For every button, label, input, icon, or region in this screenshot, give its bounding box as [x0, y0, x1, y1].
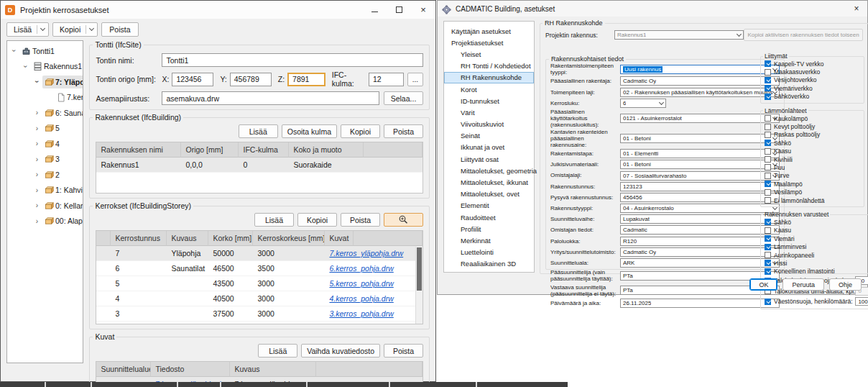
expand-icon[interactable]: ›: [32, 186, 42, 194]
kerrosluku-combo[interactable]: 6: [620, 99, 666, 108]
sidebar-item-liittyvat-osat[interactable]: Liittyvät osat: [444, 153, 534, 165]
file-link[interactable]: 7.kerros_yläpohja.drw: [329, 249, 403, 258]
sidebar-item-mittaoletukset-ovet[interactable]: Mittaoletukset, ovet: [444, 188, 534, 200]
siteplan-input[interactable]: asemakuva.drw: [162, 91, 379, 105]
kopioi-button[interactable]: Kopioi: [341, 124, 380, 138]
sidebar-item-mittaoletukset-geometria[interactable]: Mittaoletukset, geometria: [444, 165, 534, 176]
site-name-input[interactable]: Tontti1: [162, 53, 423, 67]
tree-item-2[interactable]: ›2: [7, 167, 83, 183]
checkbox-item-sahko[interactable]: Sähkö: [765, 139, 860, 147]
checkbox-item-hissi[interactable]: Hissi: [765, 259, 868, 267]
file-link[interactable]: 6.kerros_pohja.drw: [329, 264, 393, 273]
zoom-select-button[interactable]: [384, 213, 423, 227]
checkbox-checked[interactable]: [765, 140, 771, 146]
column-header-kuvat[interactable]: Kuvat: [325, 231, 354, 246]
sidebar-item-rh-tontti-kohdetiedot[interactable]: RH Tontti / Kohdetiedot: [444, 60, 534, 72]
settings-sidebar[interactable]: Käyttäjän asetuksetProjektiasetuksetYlei…: [443, 21, 535, 273]
count-combo[interactable]: 100: [855, 297, 868, 306]
checkbox-item-kaasu[interactable]: Kaasu: [765, 147, 860, 155]
column-header-koko-ja-muoto[interactable]: Koko ja muoto: [289, 142, 364, 158]
lisaa-button[interactable]: Lisää: [258, 344, 297, 358]
file-link[interactable]: 5.kerros_pohja.drw: [329, 279, 393, 288]
tree-item-0-kellari[interactable]: ›0: Kellari: [7, 198, 83, 214]
lisaa-button[interactable]: Lisää: [239, 124, 278, 138]
file-link[interactable]: 3.kerros_pohja.drw: [329, 309, 393, 318]
project-building-combo[interactable]: Rakennus1: [614, 30, 744, 40]
suunnitteluvaihe-input[interactable]: Lupakuvat: [620, 214, 780, 224]
checkbox-item-kivihiili[interactable]: Kivihiili: [765, 155, 860, 163]
file-link[interactable]: 4.kerros_pohja.drw: [329, 294, 393, 303]
sidebar-item-merkinnat[interactable]: Merkinnät: [444, 235, 534, 246]
checkbox-unchecked[interactable]: [765, 124, 771, 130]
checkbox-unchecked[interactable]: [765, 156, 771, 163]
sidebar-item-yleiset[interactable]: Yleiset: [444, 48, 534, 60]
expand-icon[interactable]: ›: [32, 109, 42, 117]
column-header-kerroskorkeus-mm[interactable]: Kerroskorkeus [mm]: [253, 231, 325, 246]
checkbox-item-viemariverkko[interactable]: Viemäriverkko: [765, 84, 860, 92]
sidebar-item-varit[interactable]: Värit: [444, 106, 534, 118]
lisaa-button[interactable]: Lisää: [254, 213, 294, 227]
expand-icon[interactable]: ›: [32, 217, 42, 225]
checkbox-unchecked[interactable]: [765, 227, 771, 234]
sidebar-item-ikkunat-ja-ovet[interactable]: Ikkunat ja ovet: [444, 142, 534, 153]
checkbox-checked[interactable]: [765, 268, 771, 275]
scrollbar-thumb[interactable]: [417, 247, 422, 291]
browse-button[interactable]: Selaa...: [384, 91, 423, 105]
osoita-kulma-button[interactable]: Osoita kulma: [282, 124, 337, 138]
paloluokka-input[interactable]: R120: [620, 237, 780, 246]
expand-icon[interactable]: ›: [32, 170, 42, 178]
checkbox-unchecked[interactable]: [765, 173, 771, 179]
collapse-icon[interactable]: ›: [33, 76, 41, 87]
table-row[interactable]: 6Saunatilat4650035006.kerros_pohja.drw: [96, 261, 423, 276]
sidebar-item-luettelointi[interactable]: Luettelointi: [444, 247, 534, 258]
tree-item-1-kahvila[interactable]: ›1: Kahvila: [7, 183, 83, 199]
checkbox-item-kaapeli-tv-verkko[interactable]: Kaapeli-TV verkko: [765, 60, 860, 68]
sidebar-item-mittaoletukset-ikkunat[interactable]: Mittaoletukset, ikkunat: [444, 176, 534, 188]
sidebar-item-id-tunnukset[interactable]: ID-tunnukset: [444, 95, 534, 106]
column-header-item[interactable]: [96, 231, 111, 246]
ifc-angle-input[interactable]: 12: [369, 73, 404, 86]
checkbox-item-vaestonsuoja-henkilomaara[interactable]: Väestönsuoja, henkilömäärä:100: [765, 296, 868, 307]
sidebar-item-profiilit[interactable]: Profiilit: [444, 223, 534, 235]
column-header-origo-mm[interactable]: Origo [mm]: [181, 142, 239, 158]
checkbox-item-sahko[interactable]: Sähkö: [765, 218, 868, 226]
checkbox-checked[interactable]: [765, 94, 771, 100]
pysyva-rakennustunnus-input[interactable]: 456456: [620, 193, 780, 202]
minimize-button[interactable]: [362, 1, 387, 19]
checkbox-checked[interactable]: [765, 219, 771, 225]
table-row[interactable]: 44050030004.kerros_pohja.drw: [96, 291, 423, 306]
collapse-icon[interactable]: ›: [10, 45, 18, 56]
vaihda-kuvatiedosto-button[interactable]: Vaihda kuvatiedosto: [301, 344, 380, 358]
copy-split-button[interactable]: Kopioi: [52, 22, 98, 37]
rakentamistoimenpiteen-tyyppi-combo[interactable]: Uusi rakennus: [620, 65, 780, 74]
rakentamistapa-combo[interactable]: 01 - Elementti: [620, 149, 780, 158]
table-row[interactable]: 33750030003.kerros_pohja.drw: [96, 306, 423, 322]
julkisivumateriaali-combo[interactable]: 01 - Betoni: [620, 160, 780, 169]
tree-item-5[interactable]: ›5: [7, 121, 83, 137]
paivamaara-ja-aika-input[interactable]: 26.11.2025: [620, 299, 780, 308]
checkbox-item-kaasu[interactable]: Kaasu: [765, 227, 868, 235]
poista-button[interactable]: Poista: [341, 213, 380, 227]
sidebar-item-korot[interactable]: Korot: [444, 83, 534, 95]
checkbox-unchecked[interactable]: [765, 132, 771, 138]
checkbox-unchecked[interactable]: [765, 148, 771, 155]
checkbox-unchecked[interactable]: [765, 189, 771, 196]
omistajalaji-combo[interactable]: 07 - Sosiaaliturvarahasto: [620, 171, 780, 181]
checkbox-checked[interactable]: [765, 77, 771, 83]
checkbox-checked[interactable]: [765, 244, 771, 250]
expand-icon[interactable]: ›: [32, 124, 42, 132]
checkbox-item-kevyt-polttooljy[interactable]: Kevyt polttoöljy: [765, 122, 860, 130]
checkbox-checked[interactable]: [765, 60, 771, 67]
copy-building-data-button[interactable]: Kopioi aktiivisen rakennuksen tiedot toi…: [744, 29, 863, 41]
checkbox-item-lamminvesi[interactable]: Lämminvesi: [765, 242, 868, 250]
sidebar-item-seinat[interactable]: Seinät: [444, 130, 534, 142]
sidebar-item-elementit[interactable]: Elementit: [444, 200, 534, 211]
checkbox-item-vesijohtoverkko[interactable]: Vesijohtoverkko: [765, 76, 860, 84]
paaasiallinen-rakentaja-input[interactable]: Cadmatic Oy: [620, 76, 780, 86]
checkbox-unchecked[interactable]: [765, 252, 771, 258]
kopioi-button[interactable]: Kopioi: [297, 213, 337, 227]
poista-button[interactable]: Poista: [384, 124, 423, 138]
column-header-kuvaus[interactable]: Kuvaus: [230, 362, 316, 377]
origin-y-input[interactable]: 456789: [230, 73, 272, 86]
checkbox-item-maakaasuverkko[interactable]: Maakaasuverkko: [765, 68, 860, 76]
